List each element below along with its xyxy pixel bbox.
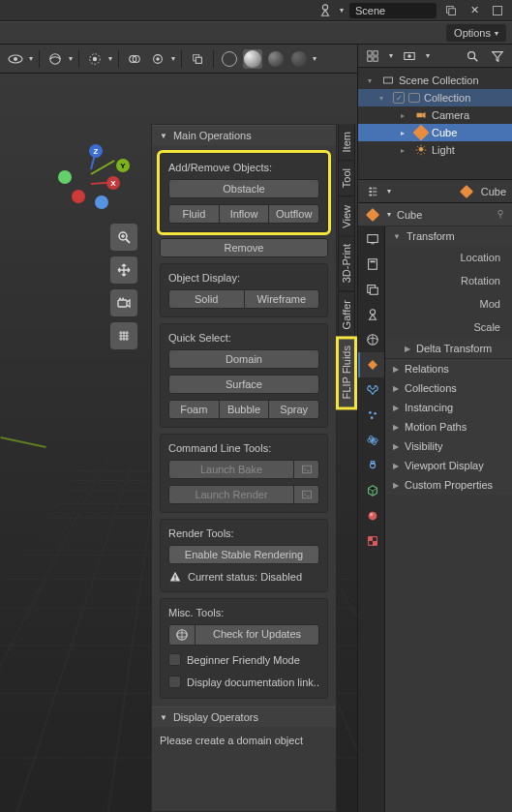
svg-point-20: [119, 298, 121, 300]
transform-header[interactable]: ▼Transform: [385, 226, 512, 246]
browse-scene-icon[interactable]: [316, 2, 334, 19]
enable-stable-button[interactable]: Enable Stable Rendering: [168, 545, 319, 564]
tab-item[interactable]: Item: [338, 124, 355, 161]
render-shading-icon[interactable]: [289, 49, 309, 69]
wireframe-shading-icon[interactable]: [220, 49, 239, 69]
surface-button[interactable]: Surface: [168, 375, 319, 394]
tab-object-icon[interactable]: [358, 352, 384, 377]
3d-viewport[interactable]: ▾ ▾ ▾ ▾ ▾: [0, 45, 357, 812]
delta-label: Delta Transform: [416, 343, 492, 354]
solid-shading-icon[interactable]: [243, 49, 262, 69]
delta-transform-header[interactable]: ▶Delta Transform: [385, 339, 512, 358]
bubble-button[interactable]: Bubble: [220, 400, 270, 419]
scene-name-input[interactable]: [349, 3, 437, 18]
collections-header[interactable]: ▶Collections: [385, 378, 512, 398]
globe-icon[interactable]: [168, 624, 196, 646]
tab-flip-fluids[interactable]: FLIP Fluids: [338, 338, 355, 407]
foam-button[interactable]: Foam: [168, 400, 220, 419]
solid-button[interactable]: Solid: [168, 289, 245, 309]
launch-bake-button[interactable]: Launch Bake: [168, 460, 294, 479]
collections-label: Collections: [405, 382, 457, 394]
chevron-down-icon: ▾: [495, 29, 498, 38]
remove-button[interactable]: Remove: [160, 238, 328, 257]
obstacle-button[interactable]: Obstacle: [168, 179, 319, 198]
launch-render-terminal-icon[interactable]: [294, 485, 319, 504]
filter-icon[interactable]: [489, 47, 506, 65]
svg-point-12: [156, 57, 160, 61]
overlap-toggle-icon[interactable]: [125, 49, 144, 69]
tab-tool[interactable]: Tool: [338, 161, 355, 196]
camera-tool-icon[interactable]: [110, 289, 137, 316]
cube-row[interactable]: ▸ Cube: [358, 124, 512, 141]
matprev-shading-icon[interactable]: [266, 49, 286, 69]
scene-collection-row[interactable]: ▾ Scene Collection: [358, 72, 512, 89]
doc-link-checkbox[interactable]: Display documentation link..: [168, 674, 319, 690]
launch-bake-terminal-icon[interactable]: [294, 460, 319, 479]
tab-gaffer[interactable]: Gaffer: [338, 292, 355, 338]
tab-constraints-icon[interactable]: [358, 453, 384, 478]
tab-view[interactable]: View: [338, 197, 355, 237]
svg-rect-48: [367, 235, 377, 243]
tab-texture-icon[interactable]: [358, 528, 384, 554]
grid-tool-icon[interactable]: [110, 322, 137, 349]
motion-paths-header[interactable]: ▶Motion Paths: [385, 417, 512, 436]
orientation-gizmo[interactable]: ZYX: [68, 149, 126, 207]
visibility-header[interactable]: ▶Visibility: [385, 436, 512, 456]
chevron-down-icon[interactable]: ▾: [340, 6, 344, 15]
camera-row[interactable]: ▸ Camera: [358, 106, 512, 124]
visibility-eye-icon[interactable]: [6, 49, 25, 69]
browse-world-icon[interactable]: [489, 2, 506, 19]
launch-render-button[interactable]: Launch Render: [168, 485, 294, 504]
display-operators-header[interactable]: ▼ Display Operators: [152, 707, 336, 727]
tab-data-icon[interactable]: [358, 478, 384, 503]
custom-properties-header[interactable]: ▶Custom Properties: [385, 475, 512, 495]
search-icon[interactable]: [464, 47, 481, 65]
transform-label: Transform: [407, 230, 455, 242]
delete-scene-icon[interactable]: ✕: [466, 2, 483, 19]
viewport-display-header[interactable]: ▶Viewport Display: [385, 456, 512, 475]
crumb-data-icon[interactable]: [364, 206, 381, 224]
spray-button[interactable]: Spray: [269, 400, 319, 419]
main-operations-header[interactable]: ▼ Main Operations: [152, 125, 336, 145]
display-mode-icon[interactable]: [401, 47, 418, 65]
svg-point-46: [498, 210, 503, 215]
overlays-icon[interactable]: [148, 49, 167, 69]
check-updates-button[interactable]: Check for Updates: [196, 624, 319, 646]
tab-world-icon[interactable]: [358, 327, 384, 352]
tab-3d-print[interactable]: 3D-Print: [338, 236, 355, 291]
svg-rect-23: [302, 491, 311, 498]
domain-button[interactable]: Domain: [168, 349, 319, 369]
tab-material-icon[interactable]: [358, 503, 384, 528]
wireframe-button[interactable]: Wireframe: [245, 289, 320, 309]
crumb-obj-icon[interactable]: [458, 183, 475, 200]
tab-modifier-icon[interactable]: [358, 377, 384, 403]
light-row[interactable]: ▸ Light: [358, 141, 512, 159]
fluid-button[interactable]: Fluid: [168, 204, 220, 224]
tab-scene-icon[interactable]: [358, 302, 384, 327]
orientation-icon[interactable]: [45, 49, 65, 69]
relations-header[interactable]: ▶Relations: [385, 359, 512, 378]
inflow-button[interactable]: Inflow: [220, 204, 270, 224]
beginner-mode-checkbox[interactable]: Beginner Friendly Mode: [168, 651, 319, 668]
tab-viewlayer-icon[interactable]: [358, 277, 384, 302]
instancing-header[interactable]: ▶Instancing: [385, 398, 512, 417]
svg-point-21: [122, 298, 124, 300]
svg-rect-49: [371, 243, 375, 244]
options-dropdown[interactable]: Options ▾: [446, 24, 506, 42]
zoom-tool-icon[interactable]: [110, 224, 137, 251]
command-line-box: Command Line Tools: Launch Bake Launch R…: [160, 434, 328, 513]
tab-physics-icon[interactable]: [358, 428, 384, 453]
new-scene-icon[interactable]: [442, 2, 460, 19]
pin-icon[interactable]: [495, 208, 506, 222]
tab-render-icon[interactable]: [358, 226, 384, 252]
move-tool-icon[interactable]: [110, 256, 137, 284]
outflow-button[interactable]: Outflow: [269, 204, 319, 224]
pivot-icon[interactable]: [85, 49, 105, 69]
xray-icon[interactable]: [188, 49, 207, 69]
collection-row[interactable]: ▾ ✓ Collection: [358, 89, 512, 106]
tab-output-icon[interactable]: [358, 252, 384, 277]
outliner-mode-icon[interactable]: [364, 47, 381, 65]
svg-rect-19: [118, 300, 127, 307]
tab-particles-icon[interactable]: [358, 403, 384, 428]
props-editor-icon[interactable]: [364, 183, 381, 200]
